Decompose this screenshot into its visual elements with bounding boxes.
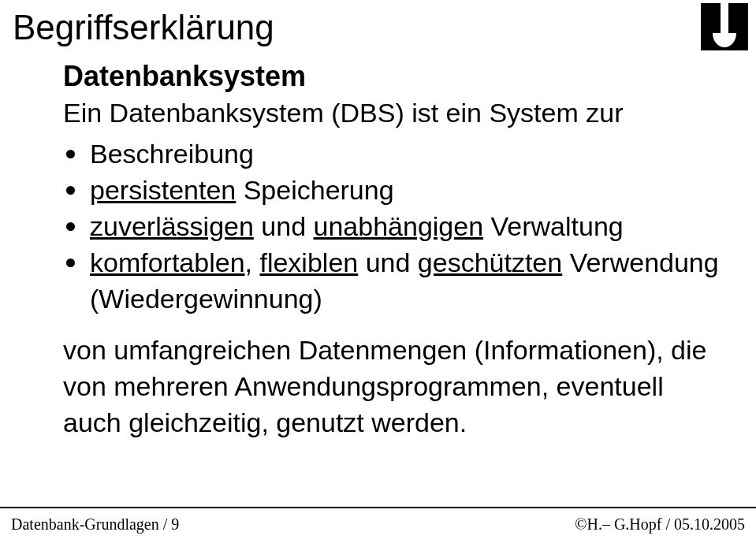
footer-right: ©H.– G.Hopf / 05.10.2005 <box>575 515 745 534</box>
footer-divider <box>0 507 756 508</box>
list-item: Beschreibung <box>63 136 724 173</box>
ohm-logo-icon <box>701 3 748 50</box>
bullet-text: Speicherung <box>236 175 393 205</box>
slide-title: Begriffserklärung <box>13 8 274 47</box>
bullet-text: Beschreibung <box>90 139 254 169</box>
bullet-text: und <box>358 247 418 277</box>
footer: Datenbank-Grundlagen / 9 ©H.– G.Hopf / 0… <box>11 515 745 534</box>
intro-line: Ein Datenbanksystem (DBS) ist ein System… <box>63 98 724 128</box>
paragraph: von umfangreichen Datenmengen (Informati… <box>63 333 724 441</box>
list-item: persistenten Speicherung <box>63 173 724 209</box>
svg-rect-1 <box>728 3 748 33</box>
bullet-underline: flexiblen <box>259 247 358 277</box>
bullet-underline: persistenten <box>90 175 236 205</box>
list-item: komfortablen, flexiblen und geschützten … <box>63 245 724 318</box>
footer-left: Datenbank-Grundlagen / 9 <box>11 515 179 534</box>
bullet-text: und <box>254 211 314 241</box>
svg-rect-0 <box>701 3 721 33</box>
bullet-underline: geschützten <box>418 247 562 277</box>
bullet-text: , <box>245 247 260 277</box>
content-area: Datenbanksystem Ein Datenbanksystem (DBS… <box>63 60 724 441</box>
slide: Begriffserklärung Datenbanksystem Ein Da… <box>0 0 756 543</box>
list-item: zuverlässigen und unabhängigen Verwaltun… <box>63 209 724 245</box>
bullet-underline: komfortablen <box>90 247 245 277</box>
bullet-underline: zuverlässigen <box>90 211 254 241</box>
bullet-list: Beschreibung persistenten Speicherung zu… <box>63 136 724 317</box>
bullet-text: Verwaltung <box>483 211 624 241</box>
bullet-underline: unabhängigen <box>314 211 484 241</box>
subtitle: Datenbanksystem <box>63 60 724 93</box>
